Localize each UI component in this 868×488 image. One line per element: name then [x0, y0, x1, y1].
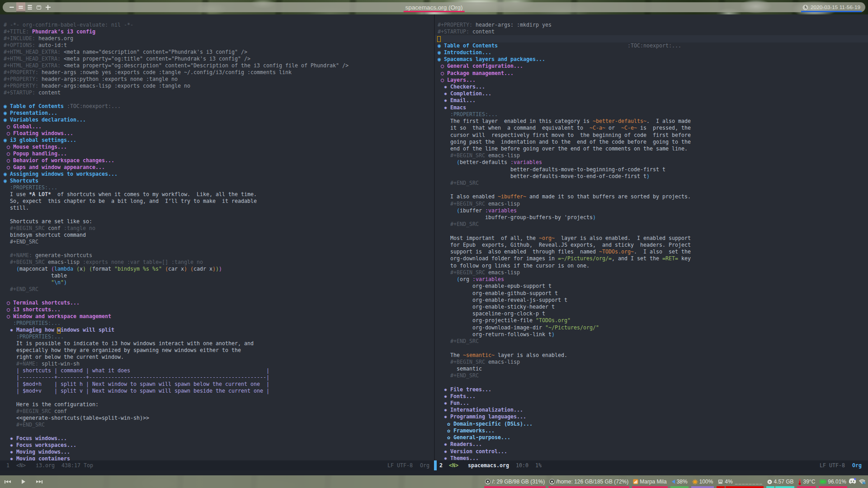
buffer-line[interactable]: ◉ Shortcuts	[4, 178, 349, 184]
buffer-line[interactable]: :PROPERTIES:...	[4, 333, 349, 340]
buffer-line[interactable]: #+INCLUDE: headers.org	[4, 35, 349, 42]
buffer-line[interactable]: especially how they are organized by spa…	[4, 347, 349, 354]
buffer-line[interactable]: ✸ Version control...	[438, 448, 691, 455]
buffer-line[interactable]: ◉ i3 global settings...	[4, 137, 349, 144]
buffer-line[interactable]: org-return-follows-link t)	[438, 331, 691, 338]
buffer-line[interactable]: :PROPERTIES:...	[4, 320, 349, 327]
buffer-line[interactable]: ✿ Frameworks...	[438, 427, 691, 434]
buffer-line[interactable]: (ibuffer :variables	[438, 207, 691, 214]
buffer-line[interactable]: ✸ Completion...	[438, 90, 691, 97]
buffer-line[interactable]: Here is the configuration:	[4, 401, 349, 408]
buffer-line[interactable]: org-enable-reveal-js-support t	[438, 297, 691, 304]
buffer-line[interactable]: ✸ Themes...	[438, 455, 691, 460]
buffer-line[interactable]: ✸ Emacs	[438, 104, 691, 111]
buffer-line[interactable]: org-enable-github-support t	[438, 290, 691, 297]
buffer-line[interactable]: #+END_SRC	[438, 180, 691, 187]
buffer-line[interactable]: better-defaults-move-to-beginning-of-cod…	[438, 166, 691, 173]
buffer-line[interactable]: So, expect this chapter to be a bit long…	[4, 198, 349, 205]
buffer-line[interactable]: #+STARTUP: content	[438, 28, 691, 35]
buffer-line[interactable]: #+BEGIN_SRC emacs-lisp	[438, 152, 691, 159]
buffer-line[interactable]: #+HTML_HEAD_EXTRA: <meta property="og:de…	[4, 62, 349, 69]
buffer-line[interactable]: ○ i3 shortcuts...	[4, 306, 349, 313]
buffer-line[interactable]: |-----------+---------+-----------------…	[4, 374, 349, 381]
buffer-line[interactable]: ✸ File trees...	[438, 386, 691, 393]
buffer-line[interactable]: #+TITLE: Phundrak’s i3 config	[4, 28, 349, 35]
buffer-line[interactable]: ◉ Variables declaration...	[4, 117, 349, 123]
buffer-line[interactable]: table	[4, 272, 349, 279]
buffer-line[interactable]: Shortcuts are set like so:	[4, 218, 349, 225]
buffer-line[interactable]: <<generate-shortcuts(table=split-win-sh)…	[4, 415, 349, 422]
buffer-line[interactable]: #+PROPERTY: header-args:python :exports …	[4, 76, 349, 83]
buffer-line[interactable]: right or below the current window.	[4, 354, 349, 361]
buffer-line[interactable]: #+NAME: split-win-sh	[4, 361, 349, 367]
module-brightness[interactable]: 100%	[691, 475, 714, 488]
buffer-line[interactable]	[4, 245, 349, 252]
buffer-line[interactable]: | $mod+v | split v | Next window to spaw…	[4, 388, 349, 394]
buffer-line[interactable]: org-download folder for images in =~/Pic…	[438, 255, 691, 262]
buffer-line[interactable]: (mapconcat (lambda (x) (format "bindsym …	[4, 266, 349, 272]
workspace-4[interactable]	[34, 2, 43, 12]
buffer-line[interactable]: ○ General configuration...	[438, 63, 691, 70]
buffer-line[interactable]: #+END_SRC	[4, 239, 349, 245]
buffer-line[interactable]: #+END_SRC	[4, 286, 349, 293]
buffer-line[interactable]: ◉ Table of Contents :TOC:noexport:...	[4, 103, 349, 110]
buffer-line[interactable]: ◉ Table of Contents :TOC:noexport:...	[438, 42, 691, 49]
buffer-line[interactable]: it so that when a command equivalent to …	[438, 125, 691, 131]
buffer-line[interactable]: spaceline-org-clock-p t	[438, 310, 691, 317]
next-button[interactable]	[36, 480, 42, 483]
buffer-line[interactable]	[4, 428, 349, 435]
emacs-window-i3-org[interactable]: # -*- org-confirm-babel-evaluate: nil -*…	[0, 14, 434, 460]
buffer-line[interactable]: ○ Window and workspace management	[4, 313, 349, 320]
buffer-line[interactable]: ✸ Moving windows...	[4, 449, 349, 455]
previous-button[interactable]	[5, 480, 11, 483]
buffer-line[interactable]: ◉ Presentation...	[4, 110, 349, 117]
buffer-line[interactable]: ✸ Fonts...	[438, 393, 691, 400]
play-button[interactable]	[22, 479, 25, 484]
buffer-line[interactable]: ✸ Focus workspaces...	[4, 442, 349, 449]
buffer-line[interactable]: #+BEGIN_SRC conf :tangle no	[4, 225, 349, 232]
buffer-line[interactable]: ✿ Domain-specific (DSLs)...	[438, 421, 691, 427]
buffer-line[interactable]: #+BEGIN_SRC emacs-lisp :exports none :va…	[4, 259, 349, 266]
buffer-line[interactable]: ○ Package management...	[438, 70, 691, 77]
buffer-line[interactable]: It is possible to indicate to i3 how win…	[4, 340, 349, 347]
workspace-1[interactable]	[7, 2, 16, 12]
buffer-line[interactable]: org-projectile-file "TODOs.org"	[438, 317, 691, 324]
buffer-line[interactable]: ○ Behavior of workspace changes...	[4, 157, 349, 164]
buffer-line[interactable]: org-download-image-dir "~/Pictures/org/"	[438, 324, 691, 331]
buffer-line[interactable]: #+PROPERTY: header-args:emacs-lisp :expo…	[4, 83, 349, 89]
teamspeak-tray-icon[interactable]: TS	[859, 478, 866, 486]
buffer-line[interactable]: ✸ Programming languages...	[438, 413, 691, 420]
buffer-line[interactable]: (better-defaults :variables	[438, 159, 691, 166]
buffer-line[interactable]: :PROPERTIES:...	[438, 111, 691, 118]
buffer-line[interactable]	[4, 394, 349, 401]
buffer-line[interactable]: #+OPTIONS: auto-id:t	[4, 42, 349, 49]
buffer-line[interactable]	[438, 228, 691, 235]
workspace-2[interactable]	[16, 2, 25, 12]
buffer-line[interactable]: #+PROPERTY: header-args :noweb yes :expo…	[4, 69, 349, 76]
buffer-line[interactable]: cursor will respectively first move to t…	[438, 132, 691, 139]
buffer-line[interactable]: going past the indentation and to the en…	[438, 139, 691, 145]
buffer-line[interactable]: ○ Terminal shortcuts...	[4, 300, 349, 306]
buffer-line[interactable]	[438, 35, 691, 42]
buffer-line[interactable]: ✸ Internationalization...	[438, 407, 691, 413]
buffer-line[interactable]: #+END_SRC	[438, 338, 691, 345]
buffer-line[interactable]: ✿ General-purpose...	[438, 434, 691, 441]
buffer-line[interactable]: ibuffer-group-buffers-by 'projects)	[438, 214, 691, 221]
buffer-line[interactable]: #+BEGIN_SRC emacs-lisp	[438, 359, 691, 366]
buffer-line[interactable]: ○ Gaps and window appearance...	[4, 164, 349, 171]
buffer-line[interactable]: #+HTML_HEAD_EXTRA: <meta property="og:ti…	[4, 56, 349, 62]
buffer-line[interactable]: #+BEGIN_SRC emacs-lisp	[438, 269, 691, 276]
buffer-line[interactable]: I also enabled ~ibuffer~ and made it so …	[438, 193, 691, 200]
buffer-line[interactable]: ○ Layers...	[438, 77, 691, 84]
buffer-line[interactable]: ✸ Fun...	[438, 400, 691, 407]
workspace-add[interactable]	[43, 2, 52, 12]
buffer-line[interactable]: #+END_SRC	[4, 422, 349, 428]
buffer-line[interactable]: semantic	[438, 366, 691, 372]
buffer-line[interactable]: #+BEGIN_SRC emacs-lisp	[438, 201, 691, 207]
emacs-window-spacemacs-org[interactable]: #+PROPERTY: header-args: :mkdirp yes#+ST…	[435, 14, 868, 460]
buffer-line[interactable]: ○ Mouse settings...	[4, 144, 349, 150]
buffer-line[interactable]: #+NAME: generate-shortcuts	[4, 252, 349, 259]
buffer-line[interactable]: bindsym shortcut command	[4, 232, 349, 239]
buffer-line[interactable]: end of the line before going over the en…	[438, 145, 691, 152]
module-volume[interactable]: 38%	[670, 475, 689, 488]
